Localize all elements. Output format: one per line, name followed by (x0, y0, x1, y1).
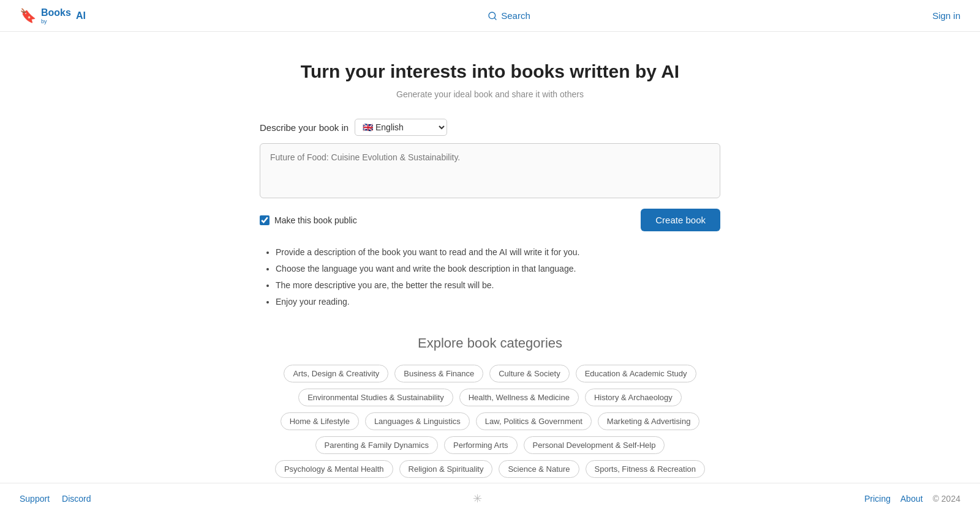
discord-link[interactable]: Discord (62, 494, 91, 504)
header: 🔖 Booksby AI Search Sign in (0, 0, 980, 32)
pricing-link[interactable]: Pricing (864, 494, 891, 504)
categories-title: Explore book categories (260, 335, 720, 351)
footer-left: Support Discord (20, 494, 91, 504)
hero-subtitle: Generate your ideal book and share it wi… (260, 89, 720, 99)
language-row: Describe your book in 🇬🇧 English 🇪🇸 Span… (260, 119, 720, 136)
support-link[interactable]: Support (20, 494, 50, 504)
language-select[interactable]: 🇬🇧 English 🇪🇸 Spanish 🇫🇷 French 🇩🇪 Germa… (355, 119, 447, 136)
hints-list: Provide a description of the book you wa… (262, 246, 720, 308)
hero-title: Turn your interests into books written b… (260, 61, 720, 82)
categories-section: Explore book categories Arts, Design & C… (260, 335, 720, 502)
category-tag[interactable]: Environmental Studies & Sustainability (298, 389, 453, 406)
book-icon: 🔖 (20, 8, 36, 24)
main-content: Turn your interests into books written b… (245, 32, 735, 514)
public-checkbox-text: Make this book public (274, 215, 357, 225)
category-tag[interactable]: Home & Lifestyle (281, 412, 359, 430)
search-label: Search (501, 10, 530, 21)
hint-item: The more descriptive you are, the better… (276, 279, 720, 292)
hint-item: Provide a description of the book you wa… (276, 246, 720, 259)
categories-tags: Arts, Design & CreativityBusiness & Fina… (260, 365, 720, 502)
search-button[interactable]: Search (488, 10, 530, 21)
category-tag[interactable]: Religion & Spirituality (399, 460, 493, 478)
create-book-button[interactable]: Create book (641, 209, 720, 231)
category-tag[interactable]: Science & Nature (499, 460, 579, 478)
category-tag[interactable]: Personal Development & Self-Help (524, 436, 665, 454)
category-tag[interactable]: Languages & Linguistics (365, 412, 470, 430)
svg-line-1 (494, 18, 496, 20)
signin-link[interactable]: Sign in (932, 10, 960, 21)
category-tag[interactable]: History & Archaeology (585, 389, 682, 406)
hints-section: Provide a description of the book you wa… (260, 246, 720, 308)
public-checkbox[interactable] (260, 215, 270, 225)
category-tag[interactable]: Parenting & Family Dynamics (315, 436, 439, 454)
category-tag[interactable]: Education & Academic Study (576, 365, 696, 382)
logo-text: Booksby (41, 7, 71, 24)
action-row: Make this book public Create book (260, 209, 720, 231)
hint-item: Enjoy your reading. (276, 296, 720, 308)
logo-ai-text: AI (76, 10, 86, 21)
footer-center-icon: ✳ (473, 492, 482, 505)
category-tag[interactable]: Psychology & Mental Health (275, 460, 393, 478)
logo[interactable]: 🔖 Booksby AI (20, 7, 86, 24)
hint-item: Choose the language you want and write t… (276, 263, 720, 275)
footer-right: Pricing About © 2024 (864, 494, 960, 504)
copyright-text: © 2024 (933, 494, 960, 504)
category-tag[interactable]: Law, Politics & Government (476, 412, 592, 430)
book-form: Describe your book in 🇬🇧 English 🇪🇸 Span… (260, 119, 720, 231)
category-tag[interactable]: Marketing & Advertising (598, 412, 700, 430)
footer: Support Discord ✳ Pricing About © 2024 (0, 483, 980, 514)
book-description-input[interactable] (260, 143, 720, 198)
about-link[interactable]: About (900, 494, 923, 504)
category-tag[interactable]: Business & Finance (394, 365, 483, 382)
language-label: Describe your book in (260, 122, 349, 133)
category-tag[interactable]: Culture & Society (489, 365, 569, 382)
search-icon (488, 11, 497, 21)
public-checkbox-label[interactable]: Make this book public (260, 215, 357, 225)
category-tag[interactable]: Arts, Design & Creativity (284, 365, 388, 382)
category-tag[interactable]: Sports, Fitness & Recreation (586, 460, 705, 478)
category-tag[interactable]: Health, Wellness & Medicine (459, 389, 579, 406)
category-tag[interactable]: Performing Arts (444, 436, 518, 454)
